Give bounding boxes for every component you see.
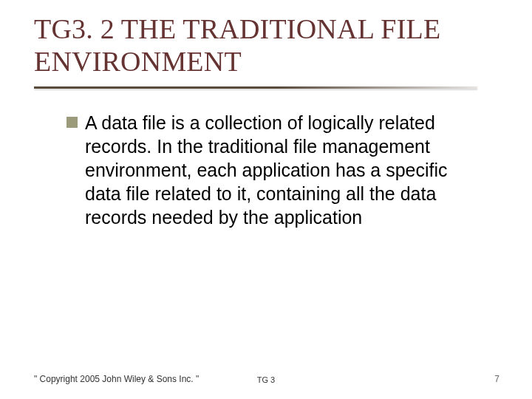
footer-page-number: 7 <box>494 374 499 384</box>
slide-body: A data file is a collection of logically… <box>0 89 532 229</box>
square-bullet-icon <box>66 117 78 128</box>
slide-title: TG3. 2 THE TRADITIONAL FILE ENVIRONMENT <box>0 0 532 82</box>
slide-footer: " Copyright 2005 John Wiley & Sons Inc. … <box>0 374 532 384</box>
bullet-text: A data file is a collection of logically… <box>85 111 480 229</box>
bullet-item: A data file is a collection of logically… <box>66 111 480 229</box>
footer-copyright: " Copyright 2005 John Wiley & Sons Inc. … <box>34 374 199 384</box>
footer-section: TG 3 <box>257 375 275 384</box>
